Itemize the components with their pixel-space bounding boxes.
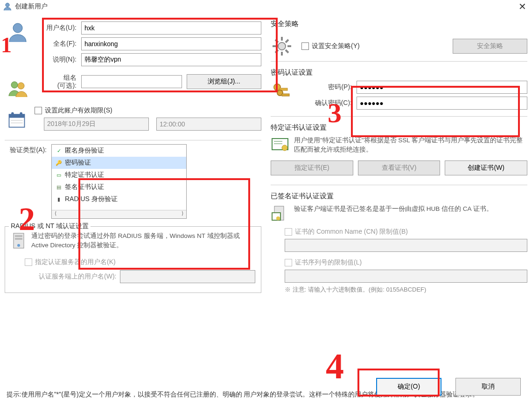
keys-icon <box>271 81 291 112</box>
auth-item-icon: ▮ <box>56 196 62 202</box>
auth-type-label: 验证类型(A): <box>5 146 47 154</box>
radius-username-input <box>120 270 255 283</box>
signed-cert-icon <box>271 204 289 223</box>
password-title: 密码认证设置 <box>271 68 527 77</box>
window-title: 创建新用户 <box>15 2 515 11</box>
confirm-password-input[interactable] <box>357 97 527 110</box>
security-chk-label: 设置安全策略(Y) <box>312 42 360 50</box>
svg-rect-18 <box>282 94 289 96</box>
radius-desc: 通过密码的登录尝试通过外部 RADIUS 服务端，Windows NT 域控制器… <box>31 231 255 251</box>
radius-username-label: 认证服务端上的用户名(W): <box>39 272 116 281</box>
svg-point-0 <box>6 3 9 7</box>
auth-option[interactable]: ✓匿名身份验证 <box>52 145 186 157</box>
username-input[interactable] <box>81 21 261 35</box>
gear-icon <box>271 35 293 57</box>
auth-item-icon: ▭ <box>56 172 62 178</box>
cert-icon <box>271 136 289 154</box>
svg-rect-5 <box>9 114 25 118</box>
desc-input[interactable] <box>81 53 261 66</box>
svg-point-11 <box>17 244 20 247</box>
view-cert-button: 查看证书(V) <box>358 160 441 175</box>
group-icon <box>7 77 29 100</box>
sn-limit-input <box>285 270 527 283</box>
svg-point-20 <box>282 145 287 151</box>
auth-option[interactable]: ▤签名证书认证 <box>52 181 186 193</box>
auth-type-listbox[interactable]: ✓匿名身份验证🔑密码验证▭特定证书认证▤签名证书认证▮RADIUS 身份验证 ⟨… <box>51 144 187 219</box>
browse-group-button[interactable]: 浏览组(J)... <box>187 74 261 89</box>
left-column: 用户名(U): 全名(F): 说明(N): <box>5 17 261 294</box>
svg-point-14 <box>278 42 286 50</box>
sn-limit-checkbox: 证书序列号的限制值(L) <box>285 258 527 267</box>
security-title: 安全策略 <box>271 20 527 28</box>
expire-label: 设置此账户有效期限(S) <box>45 106 112 115</box>
password-input[interactable] <box>357 81 527 94</box>
listbox-hscroll[interactable]: ⟨ ⟩ <box>52 210 186 218</box>
svg-rect-12 <box>15 235 22 237</box>
svg-point-6 <box>11 112 14 115</box>
auth-item-label: 密码验证 <box>65 159 91 167</box>
right-column: 安全策略 设置安全策略(Y) 安全策略 密码认证设置 密码(P): <box>271 17 527 294</box>
svg-point-7 <box>20 112 22 115</box>
cn-limit-checkbox: 证书的 Common Name (CN) 限制值(B) <box>285 228 527 236</box>
group-label: 组名 (可选): <box>35 74 77 90</box>
expire-date-input <box>44 118 149 131</box>
cn-limit-input <box>285 239 527 252</box>
cert-title: 特定证书认证设置 <box>271 123 527 132</box>
auth-item-label: 匿名身份验证 <box>65 146 104 155</box>
password-label: 密码(P): <box>296 83 352 91</box>
signed-cert-title: 已签名证书认证设置 <box>271 192 527 201</box>
auth-item-label: RADIUS 身份验证 <box>65 195 118 203</box>
auth-option[interactable]: ▭特定证书认证 <box>52 169 186 181</box>
app-icon <box>3 2 12 11</box>
auth-item-label: 特定证书认证 <box>65 171 104 179</box>
calendar-icon <box>7 110 29 132</box>
cancel-button[interactable]: 取消 <box>455 378 521 396</box>
security-policy-button: 安全策略 <box>453 39 527 54</box>
create-cert-button[interactable]: 创建证书(W) <box>445 160 527 175</box>
cert-desc: 用户使用"特定证书认证"将根据是否 SSL 客户端证书与用户事先设置的证书完整匹… <box>294 136 527 155</box>
auth-item-icon: ▤ <box>56 184 62 190</box>
cn-limit-label: 证书的 Common Name (CN) 限制值(B) <box>295 228 408 236</box>
svg-point-2 <box>11 82 18 88</box>
username-label: 用户名(U): <box>35 24 77 32</box>
radius-legend: RADIUS 或 NT 域认证设置 <box>9 222 91 230</box>
annotation-num-4: 4 <box>326 345 344 387</box>
auth-item-icon: 🔑 <box>56 160 62 166</box>
auth-option[interactable]: ▮RADIUS 身份验证 <box>52 193 186 205</box>
svg-point-1 <box>13 23 22 33</box>
confirm-password-label: 确认密码(C): <box>296 99 352 107</box>
titlebar: 创建新用户 ✕ <box>0 0 532 13</box>
radius-username-checkbox: 指定认证服务器的用户名(K) <box>25 258 255 266</box>
radius-chk-label: 指定认证服务器的用户名(K) <box>35 258 116 266</box>
expire-checkbox[interactable]: 设置此账户有效期限(S) <box>35 106 261 115</box>
sn-limit-label: 证书序列号的限制值(L) <box>295 258 362 267</box>
auth-item-label: 签名证书认证 <box>65 183 104 191</box>
expire-time-input <box>156 118 261 131</box>
specify-cert-button: 指定证书(E) <box>271 160 353 175</box>
security-policy-checkbox[interactable]: 设置安全策略(Y) <box>301 42 360 50</box>
server-icon <box>11 231 27 251</box>
svg-rect-13 <box>15 238 22 240</box>
close-icon[interactable]: ✕ <box>515 1 529 12</box>
auth-item-icon: ✓ <box>56 147 62 154</box>
svg-point-25 <box>276 216 280 220</box>
svg-point-3 <box>18 83 24 89</box>
user-large-icon <box>7 21 29 43</box>
radius-fieldset: RADIUS 或 NT 域认证设置 通过密码的登录尝试通过外部 RADIUS 服… <box>5 226 261 293</box>
hex-note: ※ 注意: 请输入十六进制数值。(例如: 0155ABCDEF) <box>285 286 527 294</box>
scroll-right-icon[interactable]: ⟩ <box>182 210 183 218</box>
desc-label: 说明(N): <box>35 56 77 64</box>
fullname-label: 全名(F): <box>35 40 77 48</box>
auth-option[interactable]: 🔑密码验证 <box>52 157 186 169</box>
ok-button[interactable]: 确定(O) <box>376 378 441 396</box>
fullname-input[interactable] <box>81 37 261 50</box>
signed-cert-desc: 验证客户端证书是否已签名是基于一份由虚拟 HUB 信任的 CA 证书。 <box>294 204 527 214</box>
group-input[interactable] <box>81 75 182 88</box>
